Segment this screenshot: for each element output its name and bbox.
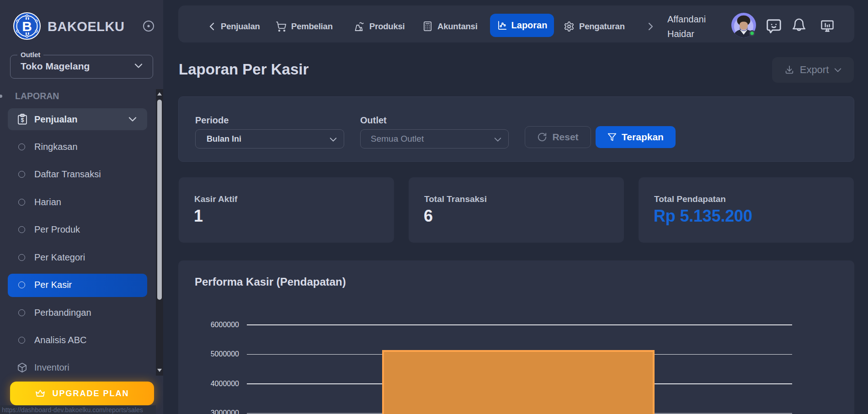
- svg-text:B: B: [22, 19, 32, 34]
- svg-text:$: $: [21, 117, 24, 123]
